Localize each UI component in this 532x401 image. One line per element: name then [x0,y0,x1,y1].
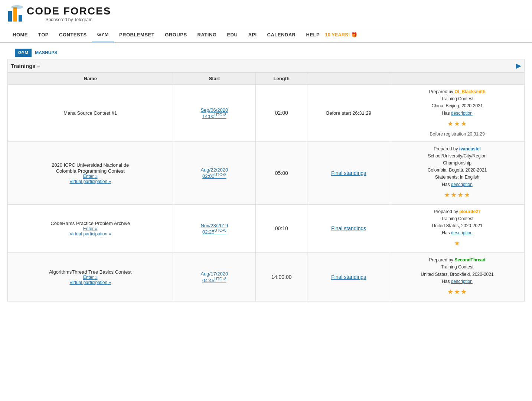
nav-rating[interactable]: RATING [192,27,222,42]
main-content: GYM MASHUPS Trainings ≡ ▶ Name Start Len… [0,43,532,305]
svg-point-3 [11,5,23,9]
contest-stars: ★★★ [395,287,520,297]
contest-info-cell: Prepared by ivancastel School/University… [390,141,525,204]
sub-nav: GYM MASHUPS [7,46,525,59]
contest-before-reg: Before registration 20:31:29 [395,131,520,138]
nav-top[interactable]: TOP [33,27,54,42]
contest-virtual-link[interactable]: Virtual participation » [12,179,168,184]
contest-start-link[interactable]: Sep/06/202014:00UTC+8 [200,107,228,119]
contest-info: Prepared by Ol_Blacksmith Training Conte… [395,88,520,117]
nav-ten-years[interactable]: 10 YEARS! 🎁 [325,32,357,38]
nav-home[interactable]: HOME [7,27,33,42]
contest-length-cell: 05:00 [256,141,307,204]
contest-status-cell: Final standings [307,141,390,204]
contests-table: Name Start Length Mana Source Contest #1… [7,72,525,301]
table-row: Mana Source Contest #1 Sep/06/202014:00U… [8,85,525,142]
logo-code: CODE FORCES [27,5,111,17]
contest-author[interactable]: Ol_Blacksmith [454,89,485,94]
contest-info: Prepared by SecondThread Training Contes… [395,257,520,285]
contest-before-start: Before start 26:31:29 [326,110,371,116]
contest-length-cell: 00:10 [256,204,307,253]
contest-info: Prepared by ivancastel School/University… [395,146,520,188]
contest-start-link[interactable]: Nov/23/201902:25UTC+8 [200,223,228,235]
contest-status-cell: Before start 26:31:29 [307,85,390,142]
contest-enter-link[interactable]: Enter » [12,275,168,280]
contest-name: CodeRams Practice Problem Archive [50,221,130,226]
col-header-length: Length [256,73,307,85]
table-header-row: Name Start Length [8,73,525,85]
contest-final-standings[interactable]: Final standings [331,274,366,280]
contest-name-cell: CodeRams Practice Problem Archive Enter … [8,204,173,253]
contest-start-cell: Aug/17/202004:45UTC+8 [173,253,256,301]
logo-icon [7,4,27,24]
trainings-arrow[interactable]: ▶ [516,62,521,70]
contest-start-cell: Aug/22/202002:00UTC+8 [173,141,256,204]
contest-desc-link[interactable]: description [451,230,473,235]
contest-info-cell: Prepared by Ol_Blacksmith Training Conte… [390,85,525,142]
contest-stars: ★★★★ [395,190,520,200]
trainings-title: Trainings ≡ [11,63,40,69]
contest-length: 14:00:00 [271,274,292,280]
trainings-section-header: Trainings ≡ ▶ [7,59,525,72]
contest-length: 02:00 [275,110,288,116]
contest-final-standings[interactable]: Final standings [331,170,366,176]
contest-final-standings[interactable]: Final standings [331,225,366,231]
contest-start-link[interactable]: Aug/17/202004:45UTC+8 [200,271,228,283]
contest-start-link[interactable]: Aug/22/202002:00UTC+8 [200,167,228,179]
contest-author[interactable]: plourde27 [459,209,480,214]
logo-text: CODE FORCES Sponsored by Telegram [27,6,111,22]
sub-nav-gym[interactable]: GYM [15,49,32,57]
logo: CODE FORCES Sponsored by Telegram [7,4,111,24]
nav-contests[interactable]: CONTESTS [54,27,92,42]
logo-subtitle: Sponsored by Telegram [27,17,111,22]
table-row: 2020 ICPC Universidad Nacional deColombi… [8,141,525,204]
table-row: CodeRams Practice Problem Archive Enter … [8,204,525,253]
contest-author[interactable]: SecondThread [454,257,485,263]
svg-rect-0 [8,11,12,22]
contest-desc-link[interactable]: description [451,182,473,187]
contest-enter-link[interactable]: Enter » [12,174,168,179]
nav-groups[interactable]: GROUPS [160,27,192,42]
contest-start-cell: Nov/23/201902:25UTC+8 [173,204,256,253]
nav-edu[interactable]: EDU [222,27,243,42]
contest-length-cell: 02:00 [256,85,307,142]
contest-info-cell: Prepared by plourde27 Training Contest U… [390,204,525,253]
contest-name-cell: AlgorithmsThread Tree Basics Contest Ent… [8,253,173,301]
contest-name: Mana Source Contest #1 [63,110,117,116]
contest-info: Prepared by plourde27 Training Contest U… [395,208,520,237]
nav-api[interactable]: API [243,27,262,42]
contest-length: 00:10 [275,225,288,231]
sub-nav-mashups[interactable]: MASHUPS [32,49,61,57]
contest-name: 2020 ICPC Universidad Nacional deColombi… [52,162,129,174]
logo-title: CODE FORCES [27,6,111,16]
contest-start-cell: Sep/06/202014:00UTC+8 [173,85,256,142]
contest-virtual-link[interactable]: Virtual participation » [12,231,168,237]
contest-desc-link[interactable]: description [451,111,473,116]
nav-gym[interactable]: GYM [92,27,114,42]
main-nav: HOME TOP CONTESTS GYM PROBLEMSET GROUPS … [0,27,532,43]
contest-stars: ★★★ [395,118,520,129]
contest-enter-link[interactable]: Enter » [12,226,168,231]
header: CODE FORCES Sponsored by Telegram [0,0,532,27]
svg-rect-2 [19,15,22,22]
nav-calendar[interactable]: CALENDAR [262,27,301,42]
contest-stars: ★ [395,238,520,249]
col-header-name: Name [8,73,173,85]
contest-name-cell: 2020 ICPC Universidad Nacional deColombi… [8,141,173,204]
contest-status-cell: Final standings [307,204,390,253]
contest-name-cell: Mana Source Contest #1 [8,85,173,142]
contest-status-cell: Final standings [307,253,390,301]
col-header-status [307,73,390,85]
col-header-info [390,73,525,85]
contest-length-cell: 14:00:00 [256,253,307,301]
contest-length: 05:00 [275,170,288,176]
table-row: AlgorithmsThread Tree Basics Contest Ent… [8,253,525,301]
nav-help[interactable]: HELP [301,27,325,42]
nav-problemset[interactable]: PROBLEMSET [114,27,160,42]
svg-rect-1 [13,7,17,22]
contest-desc-link[interactable]: description [451,279,473,284]
contest-author[interactable]: ivancastel [459,146,481,151]
contest-info-cell: Prepared by SecondThread Training Contes… [390,253,525,301]
contest-name: AlgorithmsThread Tree Basics Contest [49,269,132,275]
contest-virtual-link[interactable]: Virtual participation » [12,280,168,285]
